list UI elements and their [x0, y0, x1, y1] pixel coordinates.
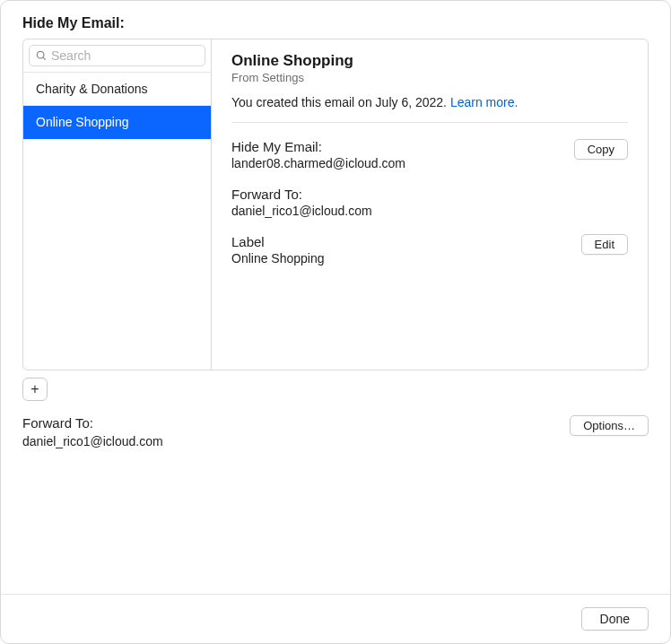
search-input[interactable]: [51, 48, 199, 63]
label-value: Online Shopping: [231, 251, 325, 265]
sidebar-list: Charity & Donations Online Shopping: [23, 73, 211, 370]
label-row: Label Online Shopping Edit: [231, 234, 628, 265]
separator: [231, 122, 628, 123]
global-forward-row: Forward To: daniel_rico1@icloud.com Opti…: [22, 415, 649, 448]
detail-pane: Online Shopping From Settings You create…: [212, 39, 648, 370]
sidebar-item-charity[interactable]: Charity & Donations: [23, 73, 211, 106]
sidebar-item-online-shopping[interactable]: Online Shopping: [23, 106, 211, 139]
forward-to-label: Forward To:: [231, 187, 372, 202]
search-field[interactable]: [29, 45, 205, 66]
global-forward-value: daniel_rico1@icloud.com: [22, 434, 163, 448]
edit-button[interactable]: Edit: [581, 234, 628, 255]
forward-to-value: daniel_rico1@icloud.com: [231, 204, 372, 218]
search-icon: [35, 49, 48, 62]
detail-created: You created this email on July 6, 2022. …: [231, 95, 628, 109]
learn-more-link[interactable]: Learn more.: [450, 95, 518, 109]
copy-button[interactable]: Copy: [574, 139, 628, 160]
created-prefix: You created this email on: [231, 95, 376, 109]
search-wrap: [23, 39, 211, 73]
svg-point-0: [37, 51, 44, 58]
global-forward-label: Forward To:: [22, 415, 163, 431]
detail-subtitle: From Settings: [231, 71, 628, 84]
created-date: July 6, 2022: [376, 95, 444, 109]
plus-icon: +: [30, 382, 39, 396]
below-pane: +: [22, 378, 649, 401]
created-suffix: .: [443, 95, 450, 109]
detail-title: Online Shopping: [231, 52, 628, 70]
window-title: Hide My Email:: [1, 1, 670, 39]
sidebar: Charity & Donations Online Shopping: [23, 39, 212, 370]
hide-my-email-row: Hide My Email: lander08.charmed@icloud.c…: [231, 139, 628, 170]
forward-to-row: Forward To: daniel_rico1@icloud.com: [231, 187, 628, 218]
options-button[interactable]: Options…: [570, 415, 649, 436]
label-label: Label: [231, 234, 325, 249]
hide-my-email-label: Hide My Email:: [231, 139, 405, 154]
footer: Done: [1, 594, 670, 643]
svg-line-1: [43, 57, 46, 60]
hide-my-email-value: lander08.charmed@icloud.com: [231, 156, 405, 170]
main-pane: Charity & Donations Online Shopping Onli…: [22, 39, 649, 370]
add-button[interactable]: +: [22, 378, 48, 401]
done-button[interactable]: Done: [581, 607, 649, 631]
